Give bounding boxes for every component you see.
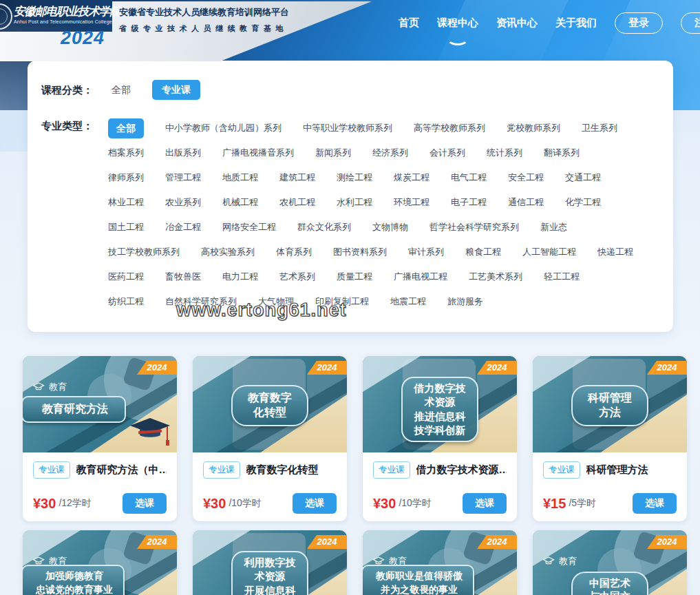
major-type-tag[interactable]: 群众文化系列 bbox=[297, 221, 351, 233]
course-title[interactable]: 科研管理方法 bbox=[586, 463, 648, 477]
course-title[interactable]: 教育研究方法（中… bbox=[76, 463, 167, 477]
major-type-tag[interactable]: 党校教师系列 bbox=[507, 122, 560, 134]
course-title[interactable]: 教育数字化转型 bbox=[246, 463, 319, 477]
major-type-tag[interactable]: 地质工程 bbox=[222, 171, 258, 184]
course-info: 专业课 借力数字技术资源… ¥30 /10学时 选课 bbox=[363, 452, 517, 514]
major-type-tag[interactable]: 电力工程 bbox=[222, 271, 258, 283]
nav-news-center[interactable]: 资讯中心 bbox=[496, 17, 538, 30]
major-type-tag[interactable]: 网络安全工程 bbox=[222, 221, 276, 233]
major-type-tag[interactable]: 纺织工程 bbox=[108, 295, 144, 308]
course-thumbnail: 教育 教育研究方法 2024 bbox=[23, 356, 177, 452]
course-card[interactable]: 教育 中国艺术与中国文化 2024 bbox=[533, 530, 687, 595]
major-type-tag[interactable]: 中等职业学校教师系列 bbox=[303, 122, 392, 134]
major-type-tag[interactable]: 律师系列 bbox=[108, 171, 144, 184]
major-type-tag[interactable]: 新闻系列 bbox=[315, 147, 351, 159]
major-type-tag[interactable]: 快递工程 bbox=[597, 246, 633, 258]
course-hours: /10学时 bbox=[229, 497, 261, 510]
course-info: 专业课 教育研究方法（中… ¥30 /12学时 选课 bbox=[23, 452, 177, 514]
major-type-tag[interactable]: 机械工程 bbox=[222, 196, 258, 209]
major-type-tag[interactable]: 畜牧兽医 bbox=[165, 271, 201, 283]
nav-about-us[interactable]: 关于我们 bbox=[555, 17, 597, 30]
major-type-tag[interactable]: 艺术系列 bbox=[279, 271, 315, 283]
major-type-tag[interactable]: 中小学教师（含幼儿园）系列 bbox=[165, 122, 282, 134]
course-category-row: 课程分类： 全部 专业课 bbox=[28, 80, 673, 100]
course-price: ¥30 bbox=[203, 496, 226, 512]
major-type-tag[interactable]: 化学工程 bbox=[565, 196, 601, 209]
major-type-tag[interactable]: 会计系列 bbox=[429, 147, 465, 159]
major-type-tag[interactable]: 通信工程 bbox=[508, 196, 544, 209]
major-type-tag[interactable]: 高校实验系列 bbox=[201, 246, 255, 258]
major-type-tag[interactable]: 建筑工程 bbox=[279, 171, 315, 184]
course-category-all-option[interactable]: 全部 bbox=[112, 80, 131, 100]
major-type-tag[interactable]: 管理工程 bbox=[165, 171, 201, 184]
thumb-course-title-banner: 利用数字技术资源 开展信息科技教学研究 bbox=[231, 551, 308, 595]
major-type-tag[interactable]: 冶金工程 bbox=[165, 221, 201, 233]
major-type-tag[interactable]: 出版系列 bbox=[165, 147, 201, 159]
major-type-tag[interactable]: 测绘工程 bbox=[337, 171, 372, 184]
major-type-tag[interactable]: 轻工工程 bbox=[544, 271, 580, 283]
major-type-tag[interactable]: 旅游服务 bbox=[447, 295, 483, 308]
major-type-tag[interactable]: 广播电视播音系列 bbox=[222, 147, 294, 159]
major-type-tag[interactable]: 交通工程 bbox=[565, 171, 601, 184]
course-card[interactable]: 科研管理方法 2024 专业课 科研管理方法 ¥15 /5学时 选课 bbox=[533, 356, 687, 521]
major-type-tag[interactable]: 高等学校教师系列 bbox=[414, 122, 485, 134]
major-type-tag[interactable]: 卫生系列 bbox=[582, 122, 617, 134]
course-card[interactable]: 教育数字化转型 2024 专业课 教育数字化转型 ¥30 /10学时 选课 bbox=[193, 356, 347, 521]
choose-course-button[interactable]: 选课 bbox=[633, 493, 677, 514]
major-type-tag[interactable]: 翻译系列 bbox=[544, 147, 580, 159]
year-badge: 2024 bbox=[477, 361, 517, 375]
major-type-tag[interactable]: 农机工程 bbox=[279, 196, 315, 209]
course-card[interactable]: 教育 教师职业是值得骄傲 并为之敬畏的事业 2024 bbox=[363, 530, 517, 595]
major-type-tag[interactable]: 环境工程 bbox=[394, 196, 429, 209]
major-type-tag[interactable]: 文物博物 bbox=[372, 221, 408, 233]
course-card[interactable]: 利用数字技术资源 开展信息科技教学研究 2024 bbox=[193, 530, 347, 595]
course-category-selected-button[interactable]: 专业课 bbox=[152, 80, 200, 100]
major-type-tag[interactable]: 档案系列 bbox=[108, 147, 144, 159]
course-hours: /10学时 bbox=[399, 497, 431, 510]
major-type-tag[interactable]: 煤炭工程 bbox=[394, 171, 429, 184]
course-title[interactable]: 借力数字技术资源… bbox=[416, 463, 507, 477]
major-type-tag[interactable]: 哲学社会科学研究系列 bbox=[429, 221, 519, 233]
thumb-course-title-banner: 教育研究方法 bbox=[23, 396, 126, 423]
major-type-tag[interactable]: 经济系列 bbox=[372, 147, 408, 159]
login-button[interactable]: 登录 bbox=[615, 12, 663, 34]
major-type-tag[interactable]: 新业态 bbox=[540, 221, 567, 233]
major-type-tag[interactable]: 安全工程 bbox=[508, 171, 544, 184]
major-type-tag[interactable]: 电气工程 bbox=[451, 171, 487, 184]
major-type-tag[interactable]: 审计系列 bbox=[408, 246, 444, 258]
major-type-tag[interactable]: 统计系列 bbox=[487, 147, 522, 159]
major-type-tag[interactable]: 国土工程 bbox=[108, 221, 144, 233]
platform-subtitle: 省级专业技术人员继续教育基地 bbox=[119, 23, 289, 34]
course-card[interactable]: 教育 加强师德教育 忠诚党的教育事业 2024 bbox=[23, 530, 177, 595]
thumb-course-title-banner: 加强师德教育 忠诚党的教育事业 bbox=[23, 565, 125, 595]
course-category-badge: 专业课 bbox=[33, 461, 70, 479]
major-type-all-button[interactable]: 全部 bbox=[108, 118, 144, 138]
major-type-tag[interactable]: 工艺美术系列 bbox=[469, 271, 522, 283]
college-name: 安徽邮电职业技术学院 bbox=[14, 4, 120, 19]
course-card[interactable]: 教育 教育研究方法 2024 专业课 教育研究方法（中… ¥30 /12学时 选… bbox=[23, 356, 177, 521]
major-type-tag[interactable]: 质量工程 bbox=[337, 271, 372, 283]
thumb-course-title-banner: 教育数字化转型 bbox=[231, 385, 308, 426]
choose-course-button[interactable]: 选课 bbox=[123, 493, 167, 514]
register-button[interactable]: 注册 bbox=[681, 12, 700, 34]
major-type-tag[interactable]: 广播电视工程 bbox=[394, 271, 447, 283]
major-type-tag[interactable]: 农业系列 bbox=[165, 196, 201, 209]
major-type-tag[interactable]: 图书资料系列 bbox=[333, 246, 387, 258]
course-card[interactable]: 借力数字技术资源 推进信息科技学科创新 2024 专业课 借力数字技术资源… ¥… bbox=[363, 356, 517, 521]
major-type-tag[interactable]: 林业工程 bbox=[108, 196, 144, 209]
choose-course-button[interactable]: 选课 bbox=[463, 493, 507, 514]
choose-course-button[interactable]: 选课 bbox=[293, 493, 337, 514]
major-type-tag[interactable]: 体育系列 bbox=[276, 246, 312, 258]
course-category-badge: 专业课 bbox=[543, 461, 580, 479]
major-type-tag[interactable]: 水利工程 bbox=[337, 196, 372, 209]
major-type-tag[interactable]: 医药工程 bbox=[108, 271, 144, 283]
major-type-tag[interactable]: 粮食工程 bbox=[465, 246, 501, 258]
major-type-tag[interactable]: 电子工程 bbox=[451, 196, 487, 209]
major-type-tag-row: 医药工程畜牧兽医电力工程艺术系列质量工程广播电视工程工艺美术系列轻工工程 bbox=[108, 264, 633, 289]
major-type-tag[interactable]: 技工学校教师系列 bbox=[108, 246, 180, 258]
nav-home[interactable]: 首页 bbox=[399, 17, 419, 30]
major-type-tag[interactable]: 人工智能工程 bbox=[522, 246, 576, 258]
college-seal-icon bbox=[0, 3, 12, 30]
nav-course-center[interactable]: 课程中心 bbox=[437, 17, 478, 30]
major-type-tag[interactable]: 地震工程 bbox=[390, 295, 426, 308]
